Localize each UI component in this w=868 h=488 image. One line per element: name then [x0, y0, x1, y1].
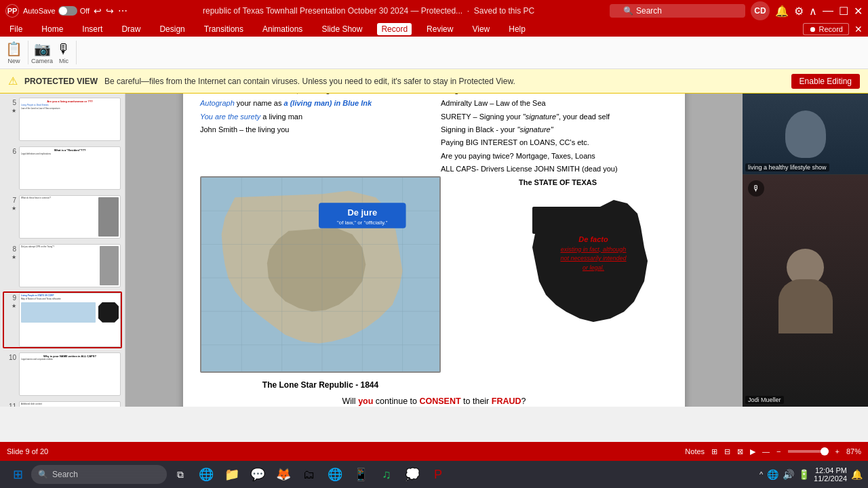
slide-thumb-10[interactable]: 10 Why is your NAME written in ALL CAPS?… [3, 351, 122, 397]
taskbar-app-widgets[interactable]: 🌐 [194, 462, 218, 487]
tab-design[interactable]: Design [155, 23, 189, 35]
title-search-box[interactable]: 🔍 Search [610, 4, 745, 18]
taskbar-app-edge[interactable]: 🌐 [323, 462, 347, 487]
taskbar-app-spotify[interactable]: ♫ [374, 462, 399, 487]
person-upper-silhouette [785, 110, 826, 158]
protected-message: Be careful—files from the Internet can c… [104, 77, 515, 86]
taskbar: ⊞ 🔍 Search ⧉ 🌐 📁 💬 🦊 🗂 🌐 📱 ♫ 💭 P ^ 🌐 🔊 🔋… [0, 461, 868, 488]
zoom-bar[interactable] [788, 450, 829, 453]
title-bar-center: republic of Texas Townhall Presentation … [127, 6, 610, 16]
taskbar-app-filemanager[interactable]: 🗂 [297, 462, 321, 487]
toolbar-camera[interactable]: 📷 Camera [31, 41, 53, 64]
consent-mid: continue to [373, 396, 419, 406]
slide-sorter-icon[interactable]: ⊟ [724, 447, 730, 456]
taskbar-app-powerpoint[interactable]: P [426, 462, 450, 487]
sign-italic: "signature" [517, 125, 553, 134]
tab-file[interactable]: File [5, 23, 26, 35]
settings-icon[interactable]: ⚙ [794, 5, 804, 18]
tab-insert[interactable]: Insert [78, 23, 106, 35]
minimize-icon[interactable]: — [823, 5, 833, 17]
taskbar-app-browser1[interactable]: 🦊 [271, 462, 296, 487]
toolbar-microphone[interactable]: 🎙 Mic [57, 41, 71, 64]
autosave-label: AutoSave [23, 7, 56, 15]
ribbon-toggle-icon[interactable]: ∧ [809, 5, 817, 18]
enable-editing-button[interactable]: Enable Editing [791, 74, 860, 89]
tab-review[interactable]: Review [422, 23, 457, 35]
record-button[interactable]: ⏺ Record [803, 23, 849, 35]
tray-volume-icon[interactable]: 🔊 [783, 469, 794, 480]
taskbar-time: 12:04 PM [814, 466, 847, 474]
surety-italic: "signature" [523, 113, 559, 121]
tab-animations[interactable]: Animations [258, 23, 307, 35]
normal-view-icon[interactable]: ⊞ [711, 447, 717, 456]
tray-battery-icon[interactable]: 🔋 [798, 469, 810, 480]
toolbar: 📋 New 📷 Camera 🎙 Mic [0, 37, 868, 69]
de-facto-line2: not necessarily intended [526, 254, 661, 264]
protected-view-bar: ⚠ PROTECTED VIEW Be careful—files from t… [0, 69, 868, 94]
slide-thumb-7[interactable]: 7★ What do these have in common? [3, 194, 122, 240]
title-search-label: Search [636, 6, 662, 16]
slide-info: Slide 9 of 20 [7, 447, 48, 455]
autosave-switch[interactable] [58, 6, 77, 16]
tray-network-icon[interactable]: 🌐 [767, 469, 778, 480]
taskbar-app-phone[interactable]: 📱 [349, 462, 373, 487]
redo-icon[interactable]: ↪ [106, 5, 114, 16]
close-icon[interactable]: ✕ [854, 5, 863, 18]
slide-thumb-img-6: What is a "Resident"??? Legal definition… [19, 146, 121, 190]
app-icon: PP [5, 4, 19, 18]
notes-label[interactable]: Notes [685, 447, 705, 455]
consent-fraud: FRAUD [492, 396, 521, 406]
zoom-minus[interactable]: − [776, 447, 781, 455]
de-facto-container: De facto existing in fact, although not … [519, 193, 668, 342]
autosave-toggle[interactable]: AutoSave Off [23, 6, 90, 16]
territory-map-svg: De jure "of law," or "officially." [201, 176, 439, 373]
slide-thumb-11[interactable]: 11 Additional slide content [3, 400, 122, 407]
slide-thumb-8[interactable]: 8★ Did you attempt CPR on the "living"? [3, 243, 122, 289]
zoom-plus[interactable]: + [835, 447, 840, 455]
slide-left-content: Living People, Gen 1:26 God's Law – Law … [200, 94, 434, 138]
slide-thumb-5[interactable]: 5★ Are you a living man/woman or ??? Liv… [3, 96, 122, 142]
tab-view[interactable]: View [468, 23, 494, 35]
start-button[interactable]: ⊞ [5, 462, 30, 487]
toolbar-new[interactable]: 📋 New [5, 41, 22, 64]
slide-right-line9: The STATE OF TEXAS [441, 178, 675, 188]
mic-icon[interactable]: 🎙 [748, 180, 764, 197]
slide-panel: 5★ Are you a living man/woman or ??? Liv… [0, 94, 125, 407]
task-view-button[interactable]: ⧉ [168, 462, 193, 487]
maximize-icon[interactable]: ☐ [839, 5, 848, 18]
slide-thumb-9[interactable]: 9★ Living People vs STATE US CORP Map of… [3, 291, 122, 348]
taskbar-app-files[interactable]: 📁 [220, 462, 244, 487]
taskbar-app-chat[interactable]: 💭 [400, 462, 425, 487]
close-panel-icon[interactable]: ✕ [854, 24, 863, 35]
slide-show-icon[interactable]: ▶ [750, 447, 755, 456]
video-lower-feed: 🎙 [743, 175, 868, 407]
slide-line3: Autograph your name as a (living man) in… [200, 98, 434, 108]
undo-icon[interactable]: ↩ [94, 5, 102, 16]
tab-home[interactable]: Home [37, 23, 67, 35]
notifications-badge[interactable]: 🔔 [851, 469, 863, 480]
more-icon[interactable]: ⋯ [118, 5, 127, 16]
tab-help[interactable]: Help [505, 23, 530, 35]
person-lower [778, 249, 833, 333]
consent-q: ? [521, 396, 526, 406]
user-avatar[interactable]: CD [751, 1, 770, 20]
tray-arrow[interactable]: ^ [760, 470, 763, 479]
tab-slideshow[interactable]: Slide Show [317, 23, 366, 35]
taskbar-search[interactable]: 🔍 Search [31, 465, 167, 484]
tab-draw[interactable]: Draw [117, 23, 144, 35]
save-status: Saved to this PC [474, 6, 534, 16]
slide-num-5: 5★ [4, 98, 16, 114]
reading-view-icon[interactable]: ⊠ [737, 447, 743, 456]
consent-consent: CONSENT [419, 396, 460, 406]
tab-transitions[interactable]: Transitions [200, 23, 248, 35]
status-left: Slide 9 of 20 [7, 447, 48, 455]
notifications-icon[interactable]: 🔔 [775, 5, 789, 18]
taskbar-clock[interactable]: 12:04 PM 11/2/2024 [814, 466, 847, 483]
slide-thumb-img-10: Why is your NAME written in ALL CAPS? Le… [19, 352, 121, 396]
taskbar-app-teams[interactable]: 💬 [245, 462, 270, 487]
taskbar-search-label: Search [52, 470, 78, 479]
surety-pre: SURETY – Signing your [441, 113, 523, 121]
tab-record[interactable]: Record [377, 23, 412, 35]
taskbar-tray: ^ 🌐 🔊 🔋 12:04 PM 11/2/2024 🔔 [760, 466, 863, 483]
slide-thumb-6[interactable]: 6 What is a "Resident"??? Legal definiti… [3, 145, 122, 191]
